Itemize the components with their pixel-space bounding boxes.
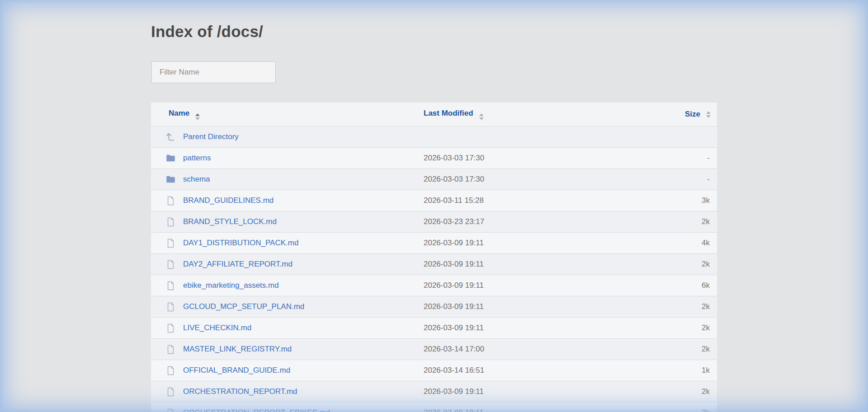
modified-cell: 2026-03-14 16:51: [424, 360, 624, 381]
modified-cell: 2026-03-09 19:11: [424, 233, 624, 254]
file-link[interactable]: ORCHESTRATION_REPORT_EBIKES.md: [183, 408, 330, 412]
column-header-last-modified[interactable]: Last Modified: [424, 103, 624, 126]
file-icon: [165, 302, 175, 312]
file-link[interactable]: LIVE_CHECKIN.md: [183, 323, 251, 332]
table-row: patterns2026-03-03 17:30-: [151, 148, 717, 169]
size-cell: 2k: [624, 296, 717, 318]
file-link[interactable]: OFFICIAL_BRAND_GUIDE.md: [183, 366, 290, 375]
modified-cell: 2026-03-23 23:17: [424, 211, 624, 233]
table-row: ebike_marketing_assets.md2026-03-09 19:1…: [151, 275, 717, 296]
column-header-size[interactable]: Size: [624, 103, 717, 126]
file-icon: [165, 365, 175, 375]
size-cell: -: [624, 148, 717, 169]
table-row: Parent Directory: [151, 126, 717, 148]
file-icon: [165, 196, 175, 206]
name-cell: schema: [151, 169, 424, 190]
sort-icon: [479, 113, 484, 120]
table-row: BRAND_STYLE_LOCK.md2026-03-23 23:172k: [151, 211, 717, 233]
file-link[interactable]: ORCHESTRATION_REPORT.md: [183, 387, 297, 396]
table-row: LIVE_CHECKIN.md2026-03-09 19:112k: [151, 318, 717, 339]
file-icon: [165, 217, 175, 227]
name-cell: BRAND_GUIDELINES.md: [151, 190, 424, 211]
column-header-name[interactable]: Name: [151, 103, 424, 126]
name-cell: patterns: [151, 148, 424, 169]
size-cell: 2k: [624, 403, 717, 412]
column-header-name-label: Name: [169, 109, 189, 117]
file-listing-table: Name Last Modified Size Parent Directory…: [151, 103, 717, 412]
parent-directory-link[interactable]: Parent Directory: [183, 132, 239, 141]
file-icon: [165, 387, 175, 397]
modified-cell: 2026-03-09 19:11: [424, 275, 624, 296]
file-link[interactable]: GCLOUD_MCP_SETUP_PLAN.md: [183, 302, 304, 311]
modified-cell: 2026-03-14 17:00: [424, 339, 624, 360]
table-row: MASTER_LINK_REGISTRY.md2026-03-14 17:002…: [151, 339, 717, 360]
column-header-size-label: Size: [685, 110, 700, 119]
modified-cell: 2026-03-11 15:28: [424, 190, 624, 211]
name-cell: GCLOUD_MCP_SETUP_PLAN.md: [151, 296, 424, 318]
name-cell: OFFICIAL_BRAND_GUIDE.md: [151, 360, 424, 381]
table-row: BRAND_GUIDELINES.md2026-03-11 15:283k: [151, 190, 717, 211]
folder-link[interactable]: schema: [183, 175, 210, 184]
file-icon: [165, 238, 175, 248]
table-row: ORCHESTRATION_REPORT.md2026-03-09 19:112…: [151, 381, 717, 403]
size-cell: 1k: [624, 360, 717, 381]
size-cell: 6k: [624, 275, 717, 296]
folder-link[interactable]: patterns: [183, 154, 211, 163]
modified-cell: [424, 126, 624, 148]
page-title: Index of /docs/: [151, 23, 263, 41]
size-cell: 2k: [624, 381, 717, 403]
modified-cell: 2026-03-09 19:11: [424, 318, 624, 339]
size-cell: -: [624, 169, 717, 190]
file-icon: [165, 323, 175, 333]
file-link[interactable]: ebike_marketing_assets.md: [183, 281, 279, 290]
table-row: GCLOUD_MCP_SETUP_PLAN.md2026-03-09 19:11…: [151, 296, 717, 318]
modified-cell: 2026-03-03 17:30: [424, 169, 624, 190]
name-cell: ORCHESTRATION_REPORT_EBIKES.md: [151, 403, 424, 412]
column-header-last-modified-label: Last Modified: [424, 109, 473, 117]
file-link[interactable]: DAY2_AFFILIATE_REPORT.md: [183, 260, 292, 269]
size-cell: 2k: [624, 339, 717, 360]
file-link[interactable]: MASTER_LINK_REGISTRY.md: [183, 345, 292, 354]
modified-cell: 2026-03-09 19:11: [424, 403, 624, 412]
folder-icon: [165, 174, 175, 184]
file-icon: [165, 259, 175, 269]
table-header-row: Name Last Modified Size: [151, 103, 717, 126]
file-link[interactable]: BRAND_GUIDELINES.md: [183, 196, 274, 205]
filter-name-input[interactable]: [151, 61, 276, 83]
corner-up-left-arrow-icon: [165, 132, 175, 142]
table-row: schema2026-03-03 17:30-: [151, 169, 717, 190]
name-cell: MASTER_LINK_REGISTRY.md: [151, 339, 424, 360]
table-row: OFFICIAL_BRAND_GUIDE.md2026-03-14 16:511…: [151, 360, 717, 381]
file-link[interactable]: DAY1_DISTRIBUTION_PACK.md: [183, 239, 298, 248]
name-cell: DAY1_DISTRIBUTION_PACK.md: [151, 233, 424, 254]
size-cell: 4k: [624, 233, 717, 254]
size-cell: 2k: [624, 318, 717, 339]
table-row: ORCHESTRATION_REPORT_EBIKES.md2026-03-09…: [151, 403, 717, 412]
table-row: DAY2_AFFILIATE_REPORT.md2026-03-09 19:11…: [151, 254, 717, 275]
modified-cell: 2026-03-09 19:11: [424, 254, 624, 275]
name-cell: ORCHESTRATION_REPORT.md: [151, 381, 424, 403]
file-icon: [165, 344, 175, 354]
folder-icon: [165, 153, 175, 163]
file-link[interactable]: BRAND_STYLE_LOCK.md: [183, 217, 277, 226]
name-cell: DAY2_AFFILIATE_REPORT.md: [151, 254, 424, 275]
table-row: DAY1_DISTRIBUTION_PACK.md2026-03-09 19:1…: [151, 233, 717, 254]
file-icon: [165, 408, 175, 412]
name-cell: BRAND_STYLE_LOCK.md: [151, 211, 424, 233]
size-cell: 2k: [624, 211, 717, 233]
name-cell: ebike_marketing_assets.md: [151, 275, 424, 296]
name-cell: Parent Directory: [151, 126, 424, 148]
modified-cell: 2026-03-03 17:30: [424, 148, 624, 169]
modified-cell: 2026-03-09 19:11: [424, 296, 624, 318]
modified-cell: 2026-03-09 19:11: [424, 381, 624, 403]
sort-icon: [706, 111, 711, 118]
sort-icon: [195, 113, 200, 120]
size-cell: 2k: [624, 254, 717, 275]
file-icon: [165, 281, 175, 290]
size-cell: [624, 126, 717, 148]
size-cell: 3k: [624, 190, 717, 211]
name-cell: LIVE_CHECKIN.md: [151, 318, 424, 339]
